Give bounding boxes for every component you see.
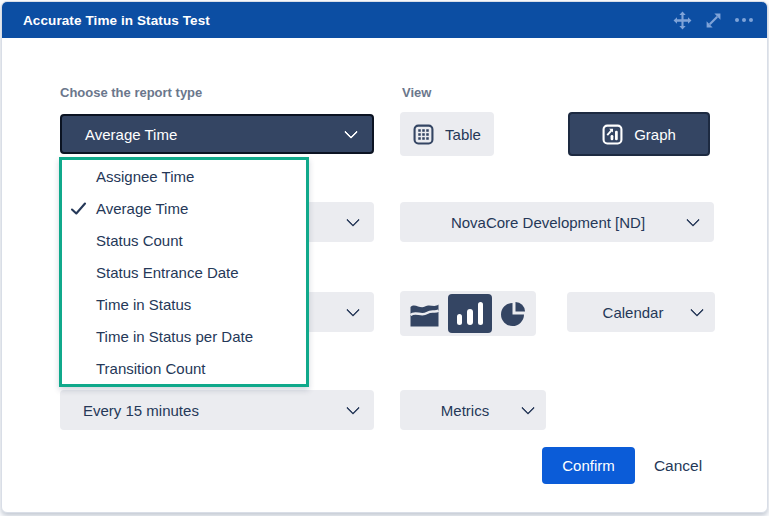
menu-item-label: Time in Status xyxy=(96,296,191,313)
table-grid-icon xyxy=(413,124,434,145)
modal-overlay: Accurate Time in Status Test Choose the … xyxy=(0,0,769,516)
menu-item-assignee-time[interactable]: Assignee Time xyxy=(62,160,306,192)
gadget-dialog: Accurate Time in Status Test Choose the … xyxy=(1,1,768,513)
bar-2 xyxy=(467,309,473,325)
menu-item-transition-count[interactable]: Transition Count xyxy=(62,352,306,384)
more-ellipsis-icon[interactable] xyxy=(734,10,754,30)
menu-item-time-in-status-per-date[interactable]: Time in Status per Date xyxy=(62,320,306,352)
report-type-label: Choose the report type xyxy=(60,85,202,100)
view-graph-button[interactable]: Graph xyxy=(568,112,710,156)
chevron-down-icon xyxy=(346,213,360,227)
chevron-down-icon xyxy=(690,303,704,317)
calendar-select[interactable]: Calendar xyxy=(567,292,715,332)
menu-item-label: Assignee Time xyxy=(96,168,194,185)
metrics-value: Metrics xyxy=(441,402,489,419)
view-graph-label: Graph xyxy=(634,126,676,143)
bar-chart-icon[interactable] xyxy=(448,294,492,333)
checkmark-icon xyxy=(70,200,87,217)
report-type-value: Average Time xyxy=(62,126,177,143)
chevron-down-icon xyxy=(521,401,535,415)
menu-item-label: Average Time xyxy=(96,200,188,217)
bar-1 xyxy=(457,314,463,325)
calendar-value: Calendar xyxy=(603,304,664,321)
chevron-down-icon xyxy=(346,303,360,317)
dialog-title: Accurate Time in Status Test xyxy=(2,13,210,28)
menu-item-average-time[interactable]: Average Time xyxy=(62,192,306,224)
view-label: View xyxy=(402,85,431,100)
menu-item-status-count[interactable]: Status Count xyxy=(62,224,306,256)
chevron-down-icon xyxy=(346,401,360,415)
bar-3 xyxy=(478,302,484,325)
pie-chart-icon[interactable] xyxy=(500,300,527,327)
report-type-select[interactable]: Average Time xyxy=(60,114,374,154)
metrics-select[interactable]: Metrics xyxy=(400,390,546,430)
menu-item-label: Status Count xyxy=(96,232,183,249)
menu-item-status-entrance-date[interactable]: Status Entrance Date xyxy=(62,256,306,288)
menu-item-time-in-status[interactable]: Time in Status xyxy=(62,288,306,320)
title-bar-actions xyxy=(672,2,754,38)
title-bar: Accurate Time in Status Test xyxy=(2,2,767,38)
view-table-label: Table xyxy=(445,126,481,143)
report-type-dropdown-menu: Assignee Time Average Time Status Count … xyxy=(59,157,309,387)
graph-icon xyxy=(602,124,623,145)
project-select[interactable]: NovaCore Development [ND] xyxy=(400,202,714,242)
view-table-button[interactable]: Table xyxy=(400,112,494,156)
menu-item-label: Status Entrance Date xyxy=(96,264,239,281)
interval-value: Every 15 minutes xyxy=(60,402,199,419)
menu-item-label: Time in Status per Date xyxy=(96,328,253,345)
resize-diagonal-icon[interactable] xyxy=(703,10,723,30)
project-value: NovaCore Development [ND] xyxy=(451,214,645,231)
move-icon[interactable] xyxy=(672,10,692,30)
chart-type-group xyxy=(400,291,536,336)
cancel-button[interactable]: Cancel xyxy=(640,447,716,484)
interval-select[interactable]: Every 15 minutes xyxy=(60,390,374,430)
confirm-button[interactable]: Confirm xyxy=(542,447,635,484)
area-chart-icon[interactable] xyxy=(409,300,440,328)
menu-item-label: Transition Count xyxy=(96,360,206,377)
chevron-down-icon xyxy=(344,125,358,139)
chevron-down-icon xyxy=(686,213,700,227)
